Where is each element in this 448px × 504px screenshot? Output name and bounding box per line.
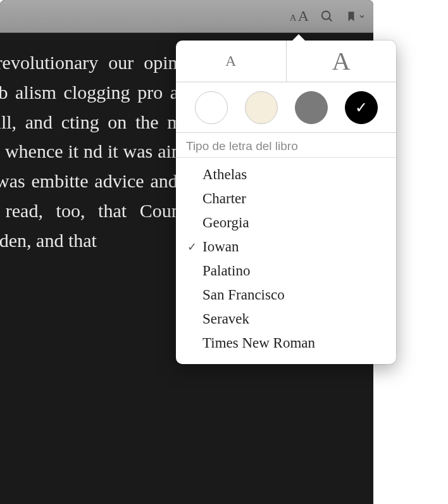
font-name: Palatino	[202, 263, 386, 279]
bookmark-button[interactable]	[345, 9, 366, 23]
font-name: Georgia	[202, 215, 386, 231]
theme-black[interactable]: ✓	[345, 91, 378, 124]
search-icon	[320, 9, 334, 23]
font-name: Athelas	[202, 167, 386, 183]
font-list: Athelas Charter Georgia ✓ Iowan Palatino…	[176, 158, 396, 364]
theme-white[interactable]	[195, 91, 228, 124]
font-item-palatino[interactable]: Palatino	[176, 259, 396, 283]
font-item-athelas[interactable]: Athelas	[176, 163, 396, 187]
toolbar: A A	[0, 0, 373, 33]
theme-row: ✓	[176, 82, 396, 133]
font-item-georgia[interactable]: Georgia	[176, 211, 396, 235]
check-icon: ✓	[355, 99, 368, 117]
font-name: Seravek	[202, 311, 386, 327]
font-item-san-francisco[interactable]: San Francisco	[176, 283, 396, 307]
font-section-header: Tipo de letra del libro	[176, 133, 396, 158]
font-item-iowan[interactable]: ✓ Iowan	[176, 235, 396, 259]
font-item-times-new-roman[interactable]: Times New Roman	[176, 331, 396, 355]
font-size-small-icon: A	[290, 13, 297, 23]
svg-line-1	[329, 18, 332, 21]
font-size-row: A A	[176, 41, 396, 82]
theme-gray[interactable]	[295, 91, 328, 124]
font-name: Charter	[202, 191, 386, 207]
font-item-charter[interactable]: Charter	[176, 187, 396, 211]
search-button[interactable]	[320, 9, 334, 23]
theme-sepia[interactable]	[245, 91, 278, 124]
appearance-button[interactable]: A A	[290, 8, 309, 25]
chevron-down-icon	[358, 13, 366, 20]
font-size-large-icon: A	[298, 8, 309, 25]
check-icon: ✓	[187, 240, 202, 254]
font-name: Iowan	[202, 239, 386, 255]
font-name: San Francisco	[202, 287, 386, 303]
font-name: Times New Roman	[202, 335, 386, 351]
bookmark-icon	[345, 9, 357, 23]
appearance-popover: A A ✓ Tipo de letra del libro Athelas Ch…	[176, 41, 396, 364]
svg-point-0	[322, 11, 330, 19]
font-item-seravek[interactable]: Seravek	[176, 307, 396, 331]
increase-font-button[interactable]: A	[287, 41, 397, 82]
decrease-font-button[interactable]: A	[176, 41, 287, 82]
